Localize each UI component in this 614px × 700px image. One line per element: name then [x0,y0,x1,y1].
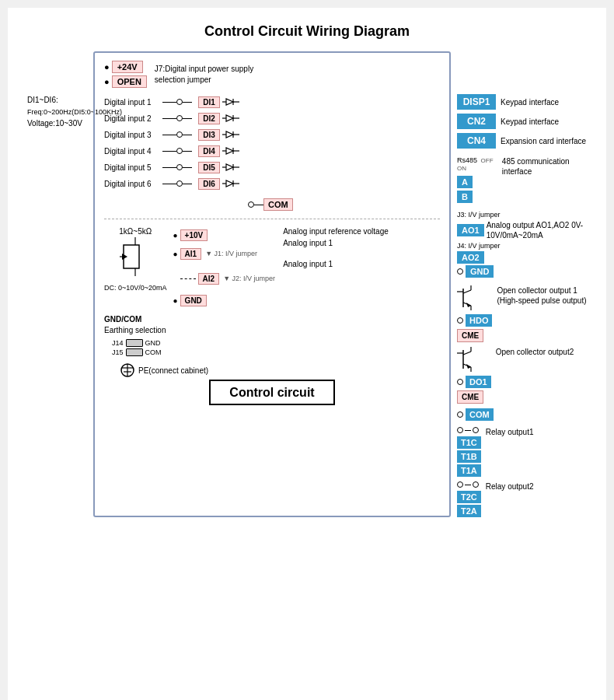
com-out-terminal: COM [466,408,494,421]
hdo-row: HDO CME Open collector output 1 (High-sp… [457,285,587,342]
j15-label: J15 [112,348,124,356]
hdo-terminal: HDO [466,314,492,327]
ao-j4-note: J4: I/V jumper [457,242,587,250]
cn2-desc: Keypad interface [501,117,559,126]
t1c-terminal: T1C [457,436,481,449]
analog-gnd-terminal: GND [180,295,207,306]
rs485-desc: 485 communication interface [502,156,587,177]
com-out-row: COM [457,408,587,421]
ao1-terminal: AO1 [457,224,484,236]
di4-terminal: DI4 [198,145,220,157]
gnd-com-subtitle: Earthing selection [104,325,166,336]
rs485-label: Rs485 [457,156,477,164]
di4-label: Digital input 4 [104,147,162,156]
di-note-1: DI1~DI6: [27,94,93,107]
gnd-com-section: GND/COM Earthing selection J14 GND J15 C… [104,314,440,378]
com-row: COM [104,198,440,211]
di-note-3: Voltage:10~30V [27,117,93,130]
t2c-terminal: T2C [457,491,481,503]
pe-symbol [120,362,135,378]
cn2-row: CN2 Keypad interface [457,114,587,129]
di3-diode [222,128,239,141]
do1-cme-terminal: CME [457,390,483,404]
j14-val: GND [145,339,161,347]
svg-marker-13 [226,148,233,154]
di1-diode [222,96,239,108]
rs485-b-terminal: B [457,191,473,203]
rs485-row: Rs485 OFF ON A B 485 communication inter… [457,156,587,203]
svg-marker-9 [226,131,233,138]
di5-diode [222,161,239,173]
t1a-terminal: T1A [457,464,481,477]
ai2-terminal: AI2 [198,273,220,285]
t1b-terminal: T1B [457,450,481,463]
page-title: Control Circuit Wiring Diagram [27,23,587,40]
di5-label: Digital input 5 [104,163,162,172]
hdo-cme-terminal: CME [457,329,483,342]
pot-symbol: 1kΩ~5kΩ DC: 0~10V/0~20mA [104,227,167,293]
di2-diode [222,112,239,124]
ai1-jumper: J1: I/V jumper [215,250,258,257]
di6-diode [222,177,239,190]
ai2-jumper: J2: I/V jumper [232,275,276,282]
power-terminals: ● +24V ● OPEN [104,61,147,88]
di-note-2: Freq:0~200Hz(DI5:0~100KHz) [27,107,93,117]
gnd-com-title: GND/COM [104,314,166,325]
t2a-terminal: T2A [457,505,481,517]
control-circuit-label: Control circuit [209,380,334,405]
ref-voltage-terminal: +10V [180,229,208,241]
svg-marker-21 [226,180,233,187]
di-terminals: DI1 DI2 DI3 DI4 [198,94,239,192]
svg-marker-1 [226,99,233,105]
di6-label: Digital input 6 [104,180,162,188]
left-notes: DI1~DI6: Freq:0~200Hz(DI5:0~100KHz) Volt… [27,51,93,517]
ai1-terminal: AI1 [180,248,202,260]
control-circuit-label-container: Control circuit [104,386,440,400]
di6-terminal: DI6 [198,178,220,190]
di1-label: Digital input 1 [104,98,162,107]
pe-row: PE(connect cabinet) [120,362,440,378]
power-row: ● +24V ● OPEN J7:Digital input power sup… [104,61,440,88]
analog-out-row: J3: I/V jumper AO1 Analog output AO1,AO2… [457,211,587,278]
di3-terminal: DI3 [198,129,220,141]
analog-terminals-group: ● +10V ● AI1 ▼ J1: I/V jumper ● AI2 ▼ [173,227,276,308]
rs485-a-terminal: A [457,176,473,188]
svg-marker-17 [226,164,233,170]
power-open: OPEN [112,75,147,88]
page: Control Circuit Wiring Diagram DI1~DI6: … [8,8,606,700]
potentiometer-svg [120,237,151,284]
relay1-row: T1C T1B T1A Relay output1 [457,427,587,477]
pot-label: 1kΩ~5kΩ [119,227,152,236]
ai2-note: Analog input 1 [283,260,389,268]
relay1-desc: Relay output1 [486,427,534,437]
section-divider-1 [104,219,440,219]
analog-section: 1kΩ~5kΩ DC: 0~10V/0~20mA ● +10V [104,227,440,308]
do1-row: DO1 CME Open collector output2 [457,347,587,404]
di1-terminal: DI1 [198,96,220,108]
svg-line-42 [463,352,471,355]
disp1-row: DISP1 Keypad interface [457,94,587,110]
j15-val: COM [145,348,162,356]
ao-gnd-terminal: GND [466,265,494,278]
ai1-note: Analog input 1 [283,239,389,247]
com-terminal: COM [263,198,293,211]
ao-j3-note: J3: I/V jumper [457,211,587,219]
j7-note: J7:Digital input power supply selection … [155,64,263,86]
do1-desc: Open collector output2 [496,347,574,357]
hdo-desc: Open collector output 1 (High-speed puls… [497,285,587,306]
digital-inputs-section: Digital input 1 Digital input 2 Digital … [104,94,440,192]
svg-marker-5 [226,115,233,121]
dc-note: DC: 0~10V/0~20mA [104,284,167,293]
do1-transistor [457,347,480,372]
di4-diode [222,145,239,157]
svg-marker-28 [122,254,127,260]
cn4-terminal: CN4 [457,133,496,149]
ao-desc: Analog output AO1,AO2 0V-10V/0mA~20mA [487,220,587,240]
hdo-transistor [457,285,480,310]
cn4-row: CN4 Expansion card interface [457,133,587,149]
j14-j15: J14 GND J15 COM [112,339,440,356]
relay2-row: T2C T2A Relay output2 [457,481,587,517]
analog-notes: Analog input reference voltage Analog in… [283,227,389,268]
power-24v: +24V [112,61,143,73]
pe-label: PE(connect cabinet) [138,366,208,375]
